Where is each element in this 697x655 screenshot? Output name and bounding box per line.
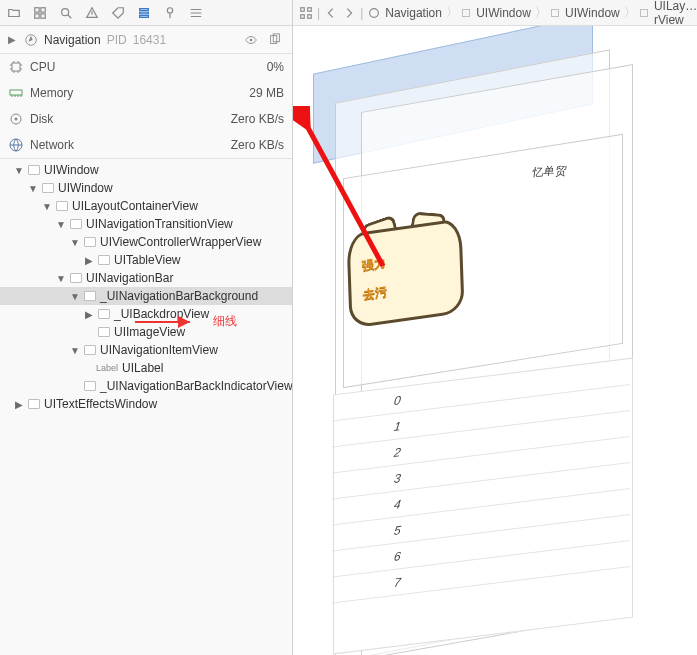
view-box-icon	[98, 327, 110, 337]
tree-node-label: _UIBackdropView	[114, 307, 209, 321]
tree-node-label: UIImageView	[114, 325, 185, 339]
breadcrumb-item[interactable]: UIWindow	[476, 6, 531, 20]
disclosure-arrow-icon[interactable]: ▼	[42, 201, 52, 212]
left-toolbar	[0, 0, 292, 26]
view-box-icon	[84, 345, 96, 355]
memory-icon	[8, 85, 24, 101]
view-box-icon	[84, 381, 96, 391]
svg-point-23	[370, 8, 379, 17]
view-hierarchy-tree: ▼UIWindow▼UIWindow▼UILayoutContainerView…	[0, 159, 292, 655]
disclosure-arrow-icon[interactable]: ▶	[84, 309, 94, 320]
eye-icon[interactable]	[242, 31, 260, 49]
metric-label: Network	[30, 138, 74, 152]
svg-rect-20	[308, 7, 312, 11]
disclosure-arrow-icon[interactable]: ▼	[28, 183, 38, 194]
svg-rect-3	[41, 13, 45, 17]
tree-row[interactable]: ▼UIWindow	[0, 161, 292, 179]
tree-row[interactable]: LabelUILabel	[0, 359, 292, 377]
view-box-icon	[462, 9, 470, 17]
svg-point-8	[167, 7, 172, 12]
disclosure-arrow-icon[interactable]: ▼	[56, 273, 66, 284]
tree-row[interactable]: ▶UITableView	[0, 251, 292, 269]
tree-node-label: UIWindow	[58, 181, 113, 195]
tree-node-label: UINavigationItemView	[100, 343, 218, 357]
stack-icon[interactable]	[136, 5, 152, 21]
tree-row[interactable]: ▼UILayoutContainerView	[0, 197, 292, 215]
disclosure-arrow-icon[interactable]: ▼	[70, 237, 80, 248]
nav-title-label: 忆单贸	[532, 163, 567, 179]
back-icon[interactable]	[324, 5, 338, 21]
warning-icon[interactable]	[84, 5, 100, 21]
breadcrumb-item[interactable]: Navigation	[385, 6, 442, 20]
tree-row[interactable]: UIImageView	[0, 323, 292, 341]
tree-row[interactable]: ▼UINavigationItemView	[0, 341, 292, 359]
disclosure-arrow-icon[interactable]: ▼	[70, 291, 80, 302]
svg-rect-0	[35, 7, 39, 11]
tree-node-label: UINavigationTransitionView	[86, 217, 233, 231]
tree-row[interactable]: ▼_UINavigationBarBackground	[0, 287, 292, 305]
metric-value: 29 MB	[249, 86, 284, 100]
metric-row[interactable]: CPU0%	[0, 54, 292, 80]
disclosure-triangle-icon[interactable]: ▶	[8, 34, 16, 45]
view-box-icon	[42, 183, 54, 193]
tree-node-label: UITableView	[114, 253, 180, 267]
metric-row[interactable]: NetworkZero KB/s	[0, 132, 292, 158]
tree-node-label: UILayoutContainerView	[72, 199, 198, 213]
forward-icon[interactable]	[342, 5, 356, 21]
tree-row[interactable]: ▼UINavigationBar	[0, 269, 292, 287]
header-image: 强力去污	[346, 218, 464, 329]
menu-icon[interactable]	[188, 5, 204, 21]
disclosure-arrow-icon[interactable]: ▼	[56, 219, 66, 230]
disclosure-arrow-icon[interactable]: ▶	[14, 399, 24, 410]
view-debugger-canvas[interactable]: 忆单贸 强力去污 01234567	[293, 26, 697, 655]
disclosure-arrow-icon[interactable]: ▶	[84, 255, 94, 266]
navigation-title: Navigation	[44, 33, 101, 47]
chevron-right-icon: 〉	[624, 4, 636, 21]
breadcrumb-item[interactable]: UIWindow	[565, 6, 620, 20]
breadcrumb-item[interactable]: UILay…rView	[654, 0, 697, 27]
tree-row[interactable]: ▶_UIBackdropView	[0, 305, 292, 323]
tree-node-label: UILabel	[122, 361, 163, 375]
metric-value: Zero KB/s	[231, 138, 284, 152]
tree-row[interactable]: ▼UIViewControllerWrapperView	[0, 233, 292, 251]
view-box-icon	[98, 309, 110, 319]
metric-row[interactable]: DiskZero KB/s	[0, 106, 292, 132]
label-tag: Label	[96, 363, 118, 373]
tree-row[interactable]: ▼UINavigationTransitionView	[0, 215, 292, 233]
table-layer[interactable]: 01234567	[333, 358, 633, 655]
sticker-line1: 强力	[361, 256, 385, 273]
view-box-icon	[28, 165, 40, 175]
cpu-icon	[8, 59, 24, 75]
tree-node-label: UINavigationBar	[86, 271, 173, 285]
pid-value: 16431	[133, 33, 166, 47]
copy-icon[interactable]	[266, 31, 284, 49]
tree-node-label: _UINavigationBarBackIndicatorView	[100, 379, 292, 393]
disclosure-arrow-icon[interactable]: ▼	[70, 345, 80, 356]
tree-node-label: _UINavigationBarBackground	[100, 289, 258, 303]
svg-rect-5	[140, 8, 149, 10]
svg-rect-2	[35, 13, 39, 17]
view-box-icon	[84, 291, 96, 301]
tag-icon[interactable]	[110, 5, 126, 21]
tree-row[interactable]: ▶UITextEffectsWindow	[0, 395, 292, 413]
svg-rect-14	[10, 90, 22, 95]
search-icon[interactable]	[58, 5, 74, 21]
pin-icon[interactable]	[162, 5, 178, 21]
compass-small-icon	[367, 5, 381, 21]
svg-rect-19	[301, 7, 305, 11]
apps-icon[interactable]	[299, 5, 313, 21]
disclosure-arrow-icon[interactable]: ▼	[14, 165, 24, 176]
metric-row[interactable]: Memory29 MB	[0, 80, 292, 106]
view-box-icon	[640, 9, 648, 17]
view-box-icon	[56, 201, 68, 211]
grid-icon[interactable]	[32, 5, 48, 21]
svg-rect-13	[12, 63, 20, 71]
chevron-right-icon: 〉	[535, 4, 547, 21]
folder-icon[interactable]	[6, 5, 22, 21]
tree-row[interactable]: _UINavigationBarBackIndicatorView	[0, 377, 292, 395]
tree-row[interactable]: ▼UIWindow	[0, 179, 292, 197]
pid-prefix: PID	[107, 33, 127, 47]
compass-icon	[24, 33, 38, 47]
svg-point-10	[250, 38, 253, 41]
breadcrumb-bar: | | Navigation 〉 UIWindow 〉 UIWindow 〉 U…	[293, 0, 697, 26]
